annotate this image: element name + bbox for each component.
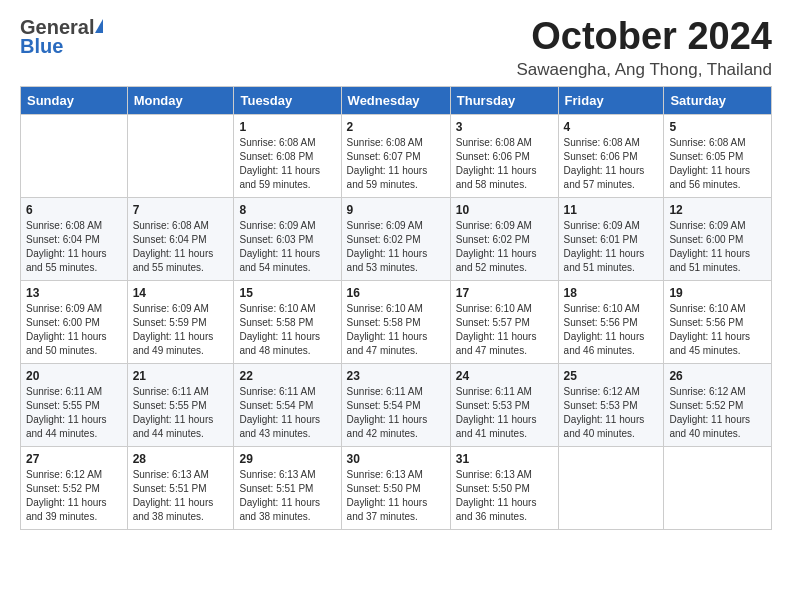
calendar-week-row: 6Sunrise: 6:08 AMSunset: 6:04 PMDaylight… (21, 197, 772, 280)
day-info: Sunrise: 6:08 AMSunset: 6:06 PMDaylight:… (456, 136, 553, 192)
day-number: 21 (133, 369, 229, 383)
day-info: Sunrise: 6:10 AMSunset: 5:58 PMDaylight:… (347, 302, 445, 358)
calendar-cell: 19Sunrise: 6:10 AMSunset: 5:56 PMDayligh… (664, 280, 772, 363)
logo: General Blue (20, 16, 103, 58)
page-subtitle: Sawaengha, Ang Thong, Thailand (516, 60, 772, 80)
day-number: 30 (347, 452, 445, 466)
day-info: Sunrise: 6:09 AMSunset: 6:00 PMDaylight:… (669, 219, 766, 275)
calendar-week-row: 1Sunrise: 6:08 AMSunset: 6:08 PMDaylight… (21, 114, 772, 197)
calendar-cell (664, 446, 772, 529)
weekday-header: Monday (127, 86, 234, 114)
day-info: Sunrise: 6:10 AMSunset: 5:56 PMDaylight:… (669, 302, 766, 358)
day-info: Sunrise: 6:13 AMSunset: 5:50 PMDaylight:… (347, 468, 445, 524)
calendar-cell: 7Sunrise: 6:08 AMSunset: 6:04 PMDaylight… (127, 197, 234, 280)
weekday-header: Friday (558, 86, 664, 114)
day-number: 24 (456, 369, 553, 383)
day-number: 27 (26, 452, 122, 466)
weekday-header: Sunday (21, 86, 128, 114)
day-number: 25 (564, 369, 659, 383)
calendar-cell: 21Sunrise: 6:11 AMSunset: 5:55 PMDayligh… (127, 363, 234, 446)
day-info: Sunrise: 6:09 AMSunset: 6:03 PMDaylight:… (239, 219, 335, 275)
calendar-cell: 31Sunrise: 6:13 AMSunset: 5:50 PMDayligh… (450, 446, 558, 529)
day-info: Sunrise: 6:11 AMSunset: 5:55 PMDaylight:… (133, 385, 229, 441)
weekday-header: Thursday (450, 86, 558, 114)
calendar-week-row: 27Sunrise: 6:12 AMSunset: 5:52 PMDayligh… (21, 446, 772, 529)
day-info: Sunrise: 6:08 AMSunset: 6:05 PMDaylight:… (669, 136, 766, 192)
day-info: Sunrise: 6:09 AMSunset: 6:02 PMDaylight:… (456, 219, 553, 275)
day-number: 3 (456, 120, 553, 134)
day-number: 1 (239, 120, 335, 134)
calendar-cell: 26Sunrise: 6:12 AMSunset: 5:52 PMDayligh… (664, 363, 772, 446)
page-header: General Blue October 2024 Sawaengha, Ang… (20, 16, 772, 80)
calendar-cell: 10Sunrise: 6:09 AMSunset: 6:02 PMDayligh… (450, 197, 558, 280)
day-info: Sunrise: 6:13 AMSunset: 5:50 PMDaylight:… (456, 468, 553, 524)
calendar-cell: 6Sunrise: 6:08 AMSunset: 6:04 PMDaylight… (21, 197, 128, 280)
calendar-cell: 13Sunrise: 6:09 AMSunset: 6:00 PMDayligh… (21, 280, 128, 363)
day-info: Sunrise: 6:11 AMSunset: 5:54 PMDaylight:… (347, 385, 445, 441)
calendar-cell: 12Sunrise: 6:09 AMSunset: 6:00 PMDayligh… (664, 197, 772, 280)
calendar-cell: 8Sunrise: 6:09 AMSunset: 6:03 PMDaylight… (234, 197, 341, 280)
calendar-cell: 15Sunrise: 6:10 AMSunset: 5:58 PMDayligh… (234, 280, 341, 363)
day-number: 13 (26, 286, 122, 300)
calendar-cell: 3Sunrise: 6:08 AMSunset: 6:06 PMDaylight… (450, 114, 558, 197)
title-block: October 2024 Sawaengha, Ang Thong, Thail… (516, 16, 772, 80)
day-info: Sunrise: 6:12 AMSunset: 5:53 PMDaylight:… (564, 385, 659, 441)
day-info: Sunrise: 6:09 AMSunset: 6:00 PMDaylight:… (26, 302, 122, 358)
logo-blue-text: Blue (20, 35, 63, 58)
day-number: 6 (26, 203, 122, 217)
calendar-cell: 16Sunrise: 6:10 AMSunset: 5:58 PMDayligh… (341, 280, 450, 363)
calendar-cell: 22Sunrise: 6:11 AMSunset: 5:54 PMDayligh… (234, 363, 341, 446)
day-number: 5 (669, 120, 766, 134)
calendar-cell: 9Sunrise: 6:09 AMSunset: 6:02 PMDaylight… (341, 197, 450, 280)
day-info: Sunrise: 6:11 AMSunset: 5:55 PMDaylight:… (26, 385, 122, 441)
day-info: Sunrise: 6:08 AMSunset: 6:08 PMDaylight:… (239, 136, 335, 192)
weekday-header: Saturday (664, 86, 772, 114)
calendar-header-row: SundayMondayTuesdayWednesdayThursdayFrid… (21, 86, 772, 114)
logo-arrow-icon (95, 19, 103, 33)
day-info: Sunrise: 6:12 AMSunset: 5:52 PMDaylight:… (26, 468, 122, 524)
calendar-cell: 25Sunrise: 6:12 AMSunset: 5:53 PMDayligh… (558, 363, 664, 446)
calendar-cell: 30Sunrise: 6:13 AMSunset: 5:50 PMDayligh… (341, 446, 450, 529)
day-number: 10 (456, 203, 553, 217)
day-number: 20 (26, 369, 122, 383)
day-number: 8 (239, 203, 335, 217)
day-info: Sunrise: 6:11 AMSunset: 5:53 PMDaylight:… (456, 385, 553, 441)
day-info: Sunrise: 6:09 AMSunset: 6:02 PMDaylight:… (347, 219, 445, 275)
calendar-table: SundayMondayTuesdayWednesdayThursdayFrid… (20, 86, 772, 530)
calendar-week-row: 13Sunrise: 6:09 AMSunset: 6:00 PMDayligh… (21, 280, 772, 363)
day-info: Sunrise: 6:11 AMSunset: 5:54 PMDaylight:… (239, 385, 335, 441)
calendar-cell: 17Sunrise: 6:10 AMSunset: 5:57 PMDayligh… (450, 280, 558, 363)
day-number: 11 (564, 203, 659, 217)
calendar-cell: 4Sunrise: 6:08 AMSunset: 6:06 PMDaylight… (558, 114, 664, 197)
day-number: 23 (347, 369, 445, 383)
day-info: Sunrise: 6:09 AMSunset: 6:01 PMDaylight:… (564, 219, 659, 275)
calendar-cell: 11Sunrise: 6:09 AMSunset: 6:01 PMDayligh… (558, 197, 664, 280)
day-info: Sunrise: 6:08 AMSunset: 6:06 PMDaylight:… (564, 136, 659, 192)
day-number: 28 (133, 452, 229, 466)
calendar-cell: 23Sunrise: 6:11 AMSunset: 5:54 PMDayligh… (341, 363, 450, 446)
calendar-cell: 28Sunrise: 6:13 AMSunset: 5:51 PMDayligh… (127, 446, 234, 529)
day-number: 4 (564, 120, 659, 134)
calendar-cell: 27Sunrise: 6:12 AMSunset: 5:52 PMDayligh… (21, 446, 128, 529)
day-info: Sunrise: 6:10 AMSunset: 5:57 PMDaylight:… (456, 302, 553, 358)
calendar-cell: 2Sunrise: 6:08 AMSunset: 6:07 PMDaylight… (341, 114, 450, 197)
day-info: Sunrise: 6:08 AMSunset: 6:04 PMDaylight:… (26, 219, 122, 275)
day-number: 12 (669, 203, 766, 217)
weekday-header: Tuesday (234, 86, 341, 114)
day-number: 29 (239, 452, 335, 466)
day-info: Sunrise: 6:08 AMSunset: 6:07 PMDaylight:… (347, 136, 445, 192)
calendar-cell (558, 446, 664, 529)
page-title: October 2024 (516, 16, 772, 58)
calendar-cell (21, 114, 128, 197)
day-number: 22 (239, 369, 335, 383)
calendar-cell: 29Sunrise: 6:13 AMSunset: 5:51 PMDayligh… (234, 446, 341, 529)
day-number: 31 (456, 452, 553, 466)
calendar-cell: 18Sunrise: 6:10 AMSunset: 5:56 PMDayligh… (558, 280, 664, 363)
day-number: 18 (564, 286, 659, 300)
calendar-cell (127, 114, 234, 197)
day-info: Sunrise: 6:13 AMSunset: 5:51 PMDaylight:… (133, 468, 229, 524)
weekday-header: Wednesday (341, 86, 450, 114)
calendar-week-row: 20Sunrise: 6:11 AMSunset: 5:55 PMDayligh… (21, 363, 772, 446)
day-info: Sunrise: 6:10 AMSunset: 5:56 PMDaylight:… (564, 302, 659, 358)
calendar-cell: 14Sunrise: 6:09 AMSunset: 5:59 PMDayligh… (127, 280, 234, 363)
